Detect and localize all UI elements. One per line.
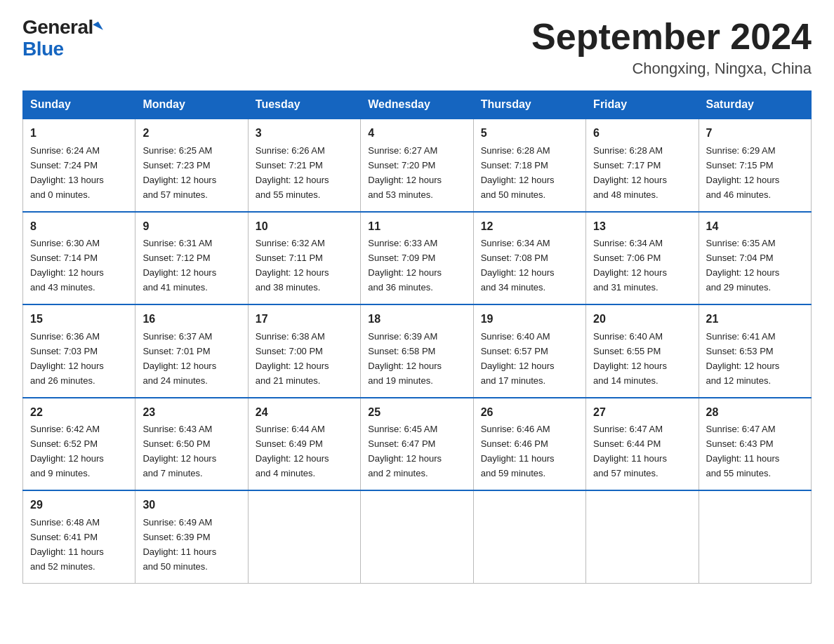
day-number: 15	[30, 311, 128, 328]
table-row: 2 Sunrise: 6:25 AMSunset: 7:23 PMDayligh…	[135, 119, 248, 211]
day-number: 19	[481, 311, 578, 328]
table-row: 1 Sunrise: 6:24 AMSunset: 7:24 PMDayligh…	[23, 119, 135, 211]
cell-info: Sunrise: 6:38 AMSunset: 7:00 PMDaylight:…	[256, 331, 329, 386]
day-number: 26	[481, 404, 578, 422]
day-number: 28	[706, 404, 804, 422]
cell-info: Sunrise: 6:35 AMSunset: 7:04 PMDaylight:…	[706, 238, 780, 293]
day-number: 20	[593, 311, 691, 328]
calendar-header-row: Sunday Monday Tuesday Wednesday Thursday…	[23, 91, 812, 119]
col-monday: Monday	[135, 91, 248, 119]
logo-arrow-icon	[93, 22, 103, 34]
day-number: 23	[143, 404, 240, 422]
cell-info: Sunrise: 6:41 AMSunset: 6:53 PMDaylight:…	[706, 331, 780, 386]
calendar-week-row: 22 Sunrise: 6:42 AMSunset: 6:52 PMDaylig…	[23, 398, 812, 490]
table-row: 29 Sunrise: 6:48 AMSunset: 6:41 PMDaylig…	[23, 490, 135, 583]
day-number: 21	[706, 311, 804, 328]
table-row: 28 Sunrise: 6:47 AMSunset: 6:43 PMDaylig…	[699, 398, 811, 490]
day-number: 17	[256, 311, 353, 328]
col-friday: Friday	[586, 91, 699, 119]
day-number: 29	[30, 497, 128, 514]
day-number: 24	[256, 404, 353, 422]
calendar-week-row: 8 Sunrise: 6:30 AMSunset: 7:14 PMDayligh…	[23, 212, 812, 304]
logo-general-text: General	[22, 17, 93, 39]
cell-info: Sunrise: 6:34 AMSunset: 7:06 PMDaylight:…	[593, 238, 667, 293]
cell-info: Sunrise: 6:47 AMSunset: 6:43 PMDaylight:…	[706, 424, 780, 478]
table-row: 10 Sunrise: 6:32 AMSunset: 7:11 PMDaylig…	[248, 212, 360, 304]
day-number: 25	[368, 404, 465, 422]
day-number: 7	[706, 125, 804, 142]
table-row	[361, 490, 473, 583]
day-number: 6	[593, 125, 691, 142]
cell-info: Sunrise: 6:43 AMSunset: 6:50 PMDaylight:…	[143, 424, 216, 478]
calendar-week-row: 29 Sunrise: 6:48 AMSunset: 6:41 PMDaylig…	[23, 490, 812, 583]
table-row: 21 Sunrise: 6:41 AMSunset: 6:53 PMDaylig…	[699, 304, 811, 397]
col-tuesday: Tuesday	[248, 91, 360, 119]
table-row	[248, 490, 360, 583]
cell-info: Sunrise: 6:49 AMSunset: 6:39 PMDaylight:…	[143, 517, 216, 572]
table-row: 16 Sunrise: 6:37 AMSunset: 7:01 PMDaylig…	[135, 304, 248, 397]
cell-info: Sunrise: 6:28 AMSunset: 7:17 PMDaylight:…	[593, 145, 667, 200]
cell-info: Sunrise: 6:31 AMSunset: 7:12 PMDaylight:…	[143, 238, 216, 293]
cell-info: Sunrise: 6:44 AMSunset: 6:49 PMDaylight:…	[256, 424, 329, 478]
table-row: 11 Sunrise: 6:33 AMSunset: 7:09 PMDaylig…	[361, 212, 473, 304]
day-number: 9	[143, 218, 240, 236]
day-number: 4	[368, 125, 465, 142]
cell-info: Sunrise: 6:25 AMSunset: 7:23 PMDaylight:…	[143, 145, 216, 200]
cell-info: Sunrise: 6:33 AMSunset: 7:09 PMDaylight:…	[368, 238, 442, 293]
table-row: 24 Sunrise: 6:44 AMSunset: 6:49 PMDaylig…	[248, 398, 360, 490]
cell-info: Sunrise: 6:34 AMSunset: 7:08 PMDaylight:…	[481, 238, 555, 293]
cell-info: Sunrise: 6:40 AMSunset: 6:55 PMDaylight:…	[593, 331, 667, 386]
day-number: 3	[256, 125, 353, 142]
table-row: 6 Sunrise: 6:28 AMSunset: 7:17 PMDayligh…	[586, 119, 699, 211]
cell-info: Sunrise: 6:47 AMSunset: 6:44 PMDaylight:…	[593, 424, 667, 478]
table-row: 12 Sunrise: 6:34 AMSunset: 7:08 PMDaylig…	[473, 212, 585, 304]
table-row: 18 Sunrise: 6:39 AMSunset: 6:58 PMDaylig…	[361, 304, 473, 397]
cell-info: Sunrise: 6:28 AMSunset: 7:18 PMDaylight:…	[481, 145, 555, 200]
table-row: 14 Sunrise: 6:35 AMSunset: 7:04 PMDaylig…	[699, 212, 811, 304]
day-number: 11	[368, 218, 465, 236]
day-number: 8	[30, 218, 128, 236]
table-row: 15 Sunrise: 6:36 AMSunset: 7:03 PMDaylig…	[23, 304, 135, 397]
logo-blue-text: Blue	[22, 39, 64, 60]
table-row: 22 Sunrise: 6:42 AMSunset: 6:52 PMDaylig…	[23, 398, 135, 490]
table-row: 30 Sunrise: 6:49 AMSunset: 6:39 PMDaylig…	[135, 490, 248, 583]
cell-info: Sunrise: 6:39 AMSunset: 6:58 PMDaylight:…	[368, 331, 442, 386]
table-row: 17 Sunrise: 6:38 AMSunset: 7:00 PMDaylig…	[248, 304, 360, 397]
cell-info: Sunrise: 6:26 AMSunset: 7:21 PMDaylight:…	[256, 145, 329, 200]
day-number: 10	[256, 218, 353, 236]
calendar-week-row: 15 Sunrise: 6:36 AMSunset: 7:03 PMDaylig…	[23, 304, 812, 397]
table-row: 19 Sunrise: 6:40 AMSunset: 6:57 PMDaylig…	[473, 304, 585, 397]
page-title: September 2024	[531, 17, 812, 57]
table-row	[586, 490, 699, 583]
cell-info: Sunrise: 6:27 AMSunset: 7:20 PMDaylight:…	[368, 145, 442, 200]
page-subtitle: Chongxing, Ningxa, China	[531, 60, 812, 78]
table-row: 9 Sunrise: 6:31 AMSunset: 7:12 PMDayligh…	[135, 212, 248, 304]
cell-info: Sunrise: 6:37 AMSunset: 7:01 PMDaylight:…	[143, 331, 216, 386]
table-row: 5 Sunrise: 6:28 AMSunset: 7:18 PMDayligh…	[473, 119, 585, 211]
day-number: 14	[706, 218, 804, 236]
table-row: 25 Sunrise: 6:45 AMSunset: 6:47 PMDaylig…	[361, 398, 473, 490]
col-saturday: Saturday	[699, 91, 811, 119]
day-number: 5	[481, 125, 578, 142]
day-number: 22	[30, 404, 128, 422]
table-row	[473, 490, 585, 583]
calendar-week-row: 1 Sunrise: 6:24 AMSunset: 7:24 PMDayligh…	[23, 119, 812, 211]
day-number: 12	[481, 218, 578, 236]
day-number: 18	[368, 311, 465, 328]
cell-info: Sunrise: 6:45 AMSunset: 6:47 PMDaylight:…	[368, 424, 442, 478]
logo: General Blue	[22, 17, 101, 60]
day-number: 16	[143, 311, 240, 328]
table-row: 4 Sunrise: 6:27 AMSunset: 7:20 PMDayligh…	[361, 119, 473, 211]
col-wednesday: Wednesday	[361, 91, 473, 119]
table-row: 27 Sunrise: 6:47 AMSunset: 6:44 PMDaylig…	[586, 398, 699, 490]
table-row: 13 Sunrise: 6:34 AMSunset: 7:06 PMDaylig…	[586, 212, 699, 304]
col-sunday: Sunday	[23, 91, 135, 119]
col-thursday: Thursday	[473, 91, 585, 119]
day-number: 1	[30, 125, 128, 142]
table-row: 26 Sunrise: 6:46 AMSunset: 6:46 PMDaylig…	[473, 398, 585, 490]
table-row: 7 Sunrise: 6:29 AMSunset: 7:15 PMDayligh…	[699, 119, 811, 211]
table-row: 20 Sunrise: 6:40 AMSunset: 6:55 PMDaylig…	[586, 304, 699, 397]
page-header: General Blue September 2024 Chongxing, N…	[22, 17, 812, 78]
table-row	[699, 490, 811, 583]
cell-info: Sunrise: 6:48 AMSunset: 6:41 PMDaylight:…	[30, 517, 104, 572]
